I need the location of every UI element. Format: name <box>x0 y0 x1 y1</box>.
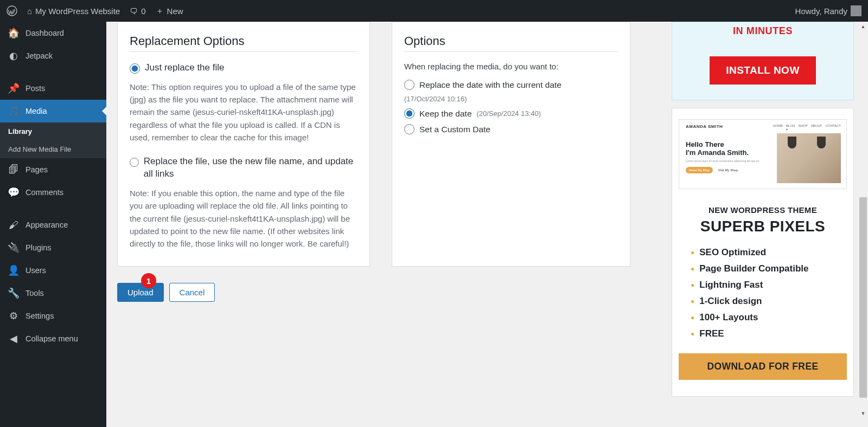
comments-count: 0 <box>141 7 145 16</box>
collapse-menu[interactable]: ◀Collapse menu <box>0 327 106 350</box>
cancel-button[interactable]: Cancel <box>169 283 215 302</box>
wp-logo[interactable] <box>7 5 17 16</box>
divider <box>130 51 358 52</box>
radio-label: Keep the date <box>419 109 472 119</box>
menu-label: Jetpack <box>25 51 53 60</box>
menu-media[interactable]: 🎵Media <box>0 100 106 122</box>
theme-hero: Hello There I'm Amanda Smith. <box>686 141 774 157</box>
admin-sidebar: 🏠Dashboard ◐Jetpack 📌Posts 🎵Media Librar… <box>0 22 106 427</box>
feature-item: Lightning Fast <box>691 280 847 290</box>
collapse-icon: ◀ <box>8 333 20 345</box>
admin-bar: ⌂ My WordPress Website 🗨 0 ＋ New Howdy, … <box>0 0 868 22</box>
theme-preview: AMANDA SMITH Hello There I'm Amanda Smit… <box>679 119 847 189</box>
brush-icon: 🖌 <box>8 219 20 231</box>
dashboard-icon: 🏠 <box>8 27 20 39</box>
media-submenu: Library Add New Media File <box>0 122 106 158</box>
menu-label: Dashboard <box>25 29 64 37</box>
radio-label: Set a Custom Date <box>419 125 490 134</box>
menu-label: Appearance <box>25 221 68 229</box>
radio-label: Replace the date with the current date <box>419 80 561 90</box>
date-option-custom[interactable]: Set a Custom Date <box>404 124 618 134</box>
menu-comments[interactable]: 💬Comments <box>0 181 106 204</box>
collapse-label: Collapse menu <box>25 334 78 343</box>
replace-option-rename[interactable]: Replace the file, use the new file name,… <box>130 156 358 180</box>
feature-item: Page Builder Compatible <box>691 263 847 274</box>
install-button[interactable]: INSTALL NOW <box>710 56 816 85</box>
menu-jetpack[interactable]: ◐Jetpack <box>0 44 106 67</box>
vertical-scrollbar[interactable]: ▲ ▼ <box>858 22 868 418</box>
upload-button[interactable]: Upload <box>117 283 164 302</box>
radio-rename[interactable] <box>130 157 139 167</box>
feature-item: SEO Optimized <box>691 247 847 258</box>
theme-hero-image <box>777 133 841 183</box>
menu-users[interactable]: 👤Users <box>0 259 106 282</box>
menu-appearance[interactable]: 🖌Appearance <box>0 214 106 236</box>
comment-icon: 🗨 <box>130 7 138 16</box>
replace-option-just-replace[interactable]: Just replace the file <box>130 62 358 74</box>
howdy-text: Howdy, Randy <box>795 7 847 16</box>
theme-buttons: Read My Blog Visit My Shop <box>686 167 774 173</box>
menu-label: Settings <box>25 312 54 320</box>
wrench-icon: 🔧 <box>8 287 20 299</box>
scroll-up-arrow[interactable]: ▲ <box>859 23 867 30</box>
scroll-down-arrow[interactable]: ▼ <box>859 410 867 417</box>
menu-plugins[interactable]: 🔌Plugins <box>0 236 106 259</box>
theme-brand: AMANDA SMITH <box>686 124 774 129</box>
feature-item: 100+ Layouts <box>691 312 847 323</box>
comments-icon: 💬 <box>8 186 20 198</box>
date-value: (20/Sep/2024 13:40) <box>477 109 541 118</box>
media-icon: 🎵 <box>8 105 20 117</box>
download-button[interactable]: DOWNLOAD FOR FREE <box>679 353 847 380</box>
menu-label: Tools <box>25 289 44 297</box>
menu-label: Users <box>25 266 46 275</box>
scroll-thumb[interactable] <box>859 197 867 398</box>
options-intro: When replacing the media, do you want to… <box>404 62 618 71</box>
menu-label: Comments <box>25 188 63 197</box>
feature-item: 1-Click design <box>691 296 847 307</box>
howdy-link[interactable]: Howdy, Randy <box>795 5 861 16</box>
site-name: My WordPress Website <box>35 7 120 16</box>
site-link[interactable]: ⌂ My WordPress Website <box>27 7 120 16</box>
feature-item: FREE <box>691 328 847 339</box>
date-option-keep[interactable]: Keep the date (20/Sep/2024 13:40) <box>404 108 618 119</box>
promo-subtitle: NEW WORDPRESS THEME <box>679 205 847 215</box>
options-heading: Options <box>404 34 618 48</box>
radio-label: Just replace the file <box>145 62 224 74</box>
replacement-heading: Replacement Options <box>130 34 358 48</box>
replacement-options-panel: Replacement Options Just replace the fil… <box>117 22 370 267</box>
rename-note: Note: If you enable this option, the nam… <box>130 187 358 250</box>
menu-label: Pages <box>25 165 48 174</box>
pages-icon: 🗐 <box>8 164 20 176</box>
menu-label: Plugins <box>25 243 52 252</box>
menu-label: Media <box>25 107 47 115</box>
date-options-panel: Options When replacing the media, do you… <box>392 22 630 267</box>
menu-posts[interactable]: 📌Posts <box>0 77 106 100</box>
settings-icon: ⚙ <box>8 310 20 322</box>
radio-just-replace[interactable] <box>130 63 140 74</box>
submenu-library[interactable]: Library <box>0 122 106 140</box>
pin-icon: 📌 <box>8 82 20 94</box>
avatar <box>851 5 861 16</box>
promo-title: SUPERB PIXELS <box>679 218 847 235</box>
menu-pages[interactable]: 🗐Pages <box>0 158 106 181</box>
date-value: (17/Oct/2024 10:16) <box>404 95 467 103</box>
radio-current-date[interactable] <box>404 80 414 90</box>
theme-nav: HOMEBLOG ▾SHOPABOUTCONTACT <box>777 124 841 131</box>
date-option-current[interactable]: Replace the date with the current date (… <box>404 80 618 103</box>
radio-custom-date[interactable] <box>404 124 414 134</box>
new-link[interactable]: ＋ New <box>156 6 183 16</box>
menu-settings[interactable]: ⚙Settings <box>0 305 106 327</box>
radio-keep-date[interactable] <box>404 108 414 119</box>
divider <box>404 51 618 52</box>
submenu-add-new[interactable]: Add New Media File <box>0 140 106 158</box>
promo-sidebar: IN MINUTES INSTALL NOW AMANDA SMITH Hell… <box>672 22 854 397</box>
menu-dashboard[interactable]: 🏠Dashboard <box>0 22 106 44</box>
theme-lorem: Lorem ipsum dolor sit amet consectetur a… <box>686 159 774 163</box>
menu-label: Posts <box>25 84 45 93</box>
comments-link[interactable]: 🗨 0 <box>130 7 145 16</box>
menu-tools[interactable]: 🔧Tools <box>0 282 106 305</box>
plus-icon: ＋ <box>156 6 164 16</box>
feature-list: SEO Optimized Page Builder Compatible Li… <box>691 247 847 339</box>
radio-label: Replace the file, use the new file name,… <box>144 156 358 180</box>
plug-icon: 🔌 <box>8 242 20 254</box>
